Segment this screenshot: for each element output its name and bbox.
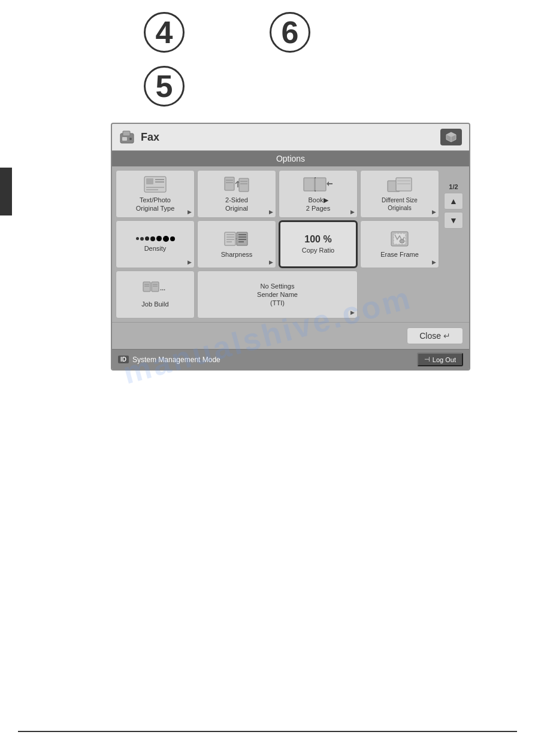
system-mode-text: System Management Mode — [132, 356, 220, 364]
two-sided-arrow: ▶ — [269, 209, 273, 215]
svg-rect-34 — [143, 282, 150, 292]
text-photo-arrow: ▶ — [188, 209, 192, 215]
status-bar: ID System Management Mode ⊣ Log Out — [112, 349, 469, 369]
job-build-icon: ... — [142, 281, 168, 297]
density-btn[interactable]: Density ▶ — [116, 220, 195, 268]
options-header: Options — [112, 151, 469, 166]
svg-rect-21 — [315, 178, 326, 191]
cube-icon — [445, 131, 457, 143]
book-2pages-arrow: ▶ — [350, 209, 355, 215]
svg-rect-1 — [123, 131, 130, 136]
fax-options-panel: Fax Options — [111, 123, 470, 371]
sharpness-arrow: ▶ — [269, 259, 273, 265]
sharpness-btn[interactable]: Sharpness ▶ — [197, 220, 276, 268]
erase-frame-btn[interactable]: Erase Frame ▶ — [360, 220, 439, 268]
status-left: ID System Management Mode — [118, 356, 220, 364]
svg-point-3 — [129, 138, 132, 140]
text-photo-icon — [143, 175, 167, 193]
erase-frame-icon — [389, 230, 410, 248]
options-grid: Text/Photo Original Type ▶ 2-Sided Origi — [112, 166, 469, 322]
svg-rect-20 — [304, 178, 315, 191]
title-cube-button[interactable] — [440, 129, 462, 145]
step-numbers-area: 4 5 6 — [0, 0, 535, 102]
svg-rect-8 — [146, 178, 153, 184]
close-button[interactable]: Close ↵ — [407, 327, 463, 344]
job-build-btn[interactable]: ... Job Build — [116, 271, 195, 318]
id-badge: ID — [118, 356, 129, 363]
title-bar-left: Fax — [119, 129, 159, 145]
different-size-arrow: ▶ — [432, 209, 436, 215]
fax-icon — [119, 129, 136, 145]
bottom-line — [18, 731, 517, 732]
book-2pages-btn[interactable]: Book▶ 2 Pages ▶ — [279, 170, 358, 218]
step-5: 5 — [144, 66, 185, 107]
step-6: 6 — [270, 12, 310, 53]
erase-frame-arrow: ▶ — [432, 259, 436, 265]
svg-text:...: ... — [160, 284, 165, 292]
svg-rect-26 — [396, 178, 412, 191]
scroll-up-btn[interactable]: ▲ — [444, 193, 463, 210]
book-2pages-icon — [303, 175, 333, 193]
sharpness-icon — [223, 230, 250, 248]
text-photo-btn[interactable]: Text/Photo Original Type ▶ — [116, 170, 195, 218]
svg-rect-2 — [122, 137, 127, 141]
different-size-btn[interactable]: Different Size Originals ▶ — [360, 170, 439, 218]
svg-rect-17 — [239, 178, 249, 192]
fax-title: Fax — [141, 131, 159, 144]
step-4: 4 — [144, 12, 185, 53]
density-icon — [136, 236, 175, 242]
scroll-down-btn[interactable]: ▼ — [444, 212, 463, 229]
sender-name-btn[interactable]: No Settings Sender Name (TTI) ▶ — [197, 271, 358, 318]
copy-ratio-btn[interactable]: 100 % Copy Ratio — [279, 220, 358, 268]
sender-name-arrow: ▶ — [350, 309, 355, 315]
svg-rect-37 — [152, 282, 159, 292]
page-indicator: 1/2 — [449, 183, 458, 190]
left-margin — [0, 168, 12, 215]
scroll-col: 1/2 ▲ ▼ — [442, 170, 466, 318]
two-sided-icon — [223, 175, 250, 193]
logout-button[interactable]: ⊣ Log Out — [417, 353, 463, 366]
title-bar: Fax — [112, 124, 469, 151]
logout-icon: ⊣ — [424, 356, 430, 363]
density-arrow: ▶ — [188, 259, 192, 265]
different-size-icon — [386, 176, 413, 194]
close-arrow-icon: ↵ — [443, 331, 451, 341]
svg-rect-29 — [225, 232, 235, 245]
two-sided-btn[interactable]: 2-Sided Original ▶ — [197, 170, 276, 218]
bottom-bar: Close ↵ — [112, 322, 469, 349]
svg-point-33 — [400, 239, 404, 243]
svg-rect-13 — [225, 177, 234, 190]
